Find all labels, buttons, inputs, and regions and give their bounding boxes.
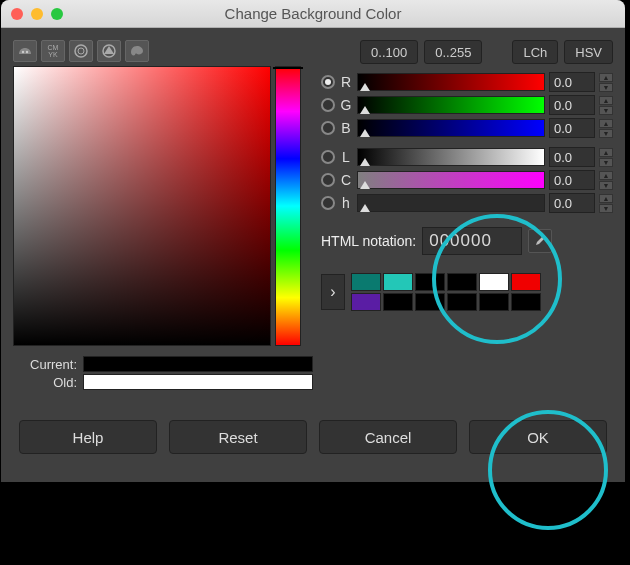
- radio-r[interactable]: [321, 75, 335, 89]
- traffic-lights: [11, 8, 63, 20]
- watercolor-icon: [73, 43, 89, 59]
- chevron-right-icon: ›: [330, 283, 335, 301]
- value-h[interactable]: 0.0: [549, 193, 595, 213]
- swatch[interactable]: [447, 273, 477, 291]
- spinner-h[interactable]: ▲▼: [599, 194, 613, 213]
- mode-lch-button[interactable]: LCh: [512, 40, 558, 64]
- slider-l[interactable]: [357, 148, 545, 166]
- cmyk-icon: CMYK: [48, 44, 59, 58]
- eyedropper-icon: [533, 234, 547, 248]
- channel-label-c: C: [339, 172, 353, 188]
- saturation-value-area[interactable]: [13, 66, 271, 346]
- swatch[interactable]: [415, 293, 445, 311]
- spinner-l[interactable]: ▲▼: [599, 148, 613, 167]
- radio-c[interactable]: [321, 173, 335, 187]
- svg-point-0: [22, 51, 24, 53]
- spinner-g[interactable]: ▲▼: [599, 96, 613, 115]
- svg-point-3: [78, 48, 84, 54]
- channel-label-h: h: [339, 195, 353, 211]
- swatch[interactable]: [351, 273, 381, 291]
- swatch[interactable]: [511, 293, 541, 311]
- tab-cmyk[interactable]: CMYK: [41, 40, 65, 62]
- svg-point-2: [75, 45, 87, 57]
- spinner-c[interactable]: ▲▼: [599, 171, 613, 190]
- value-r[interactable]: 0.0: [549, 72, 595, 92]
- slider-r[interactable]: [357, 73, 545, 91]
- radio-l[interactable]: [321, 150, 335, 164]
- color-dialog: Change Background Color CMYK: [1, 0, 625, 482]
- value-b[interactable]: 0.0: [549, 118, 595, 138]
- range-0-255-button[interactable]: 0..255: [424, 40, 482, 64]
- range-0-100-button[interactable]: 0..100: [360, 40, 418, 64]
- swatch[interactable]: [383, 293, 413, 311]
- eyedropper-button[interactable]: [528, 229, 552, 253]
- swatch[interactable]: [479, 293, 509, 311]
- radio-g[interactable]: [321, 98, 335, 112]
- spinner-r[interactable]: ▲▼: [599, 73, 613, 92]
- swatch-grid: [351, 273, 541, 311]
- ok-button[interactable]: OK: [469, 420, 607, 454]
- html-notation-label: HTML notation:: [321, 233, 416, 249]
- tab-gimp[interactable]: [13, 40, 37, 62]
- cancel-button[interactable]: Cancel: [319, 420, 457, 454]
- radio-b[interactable]: [321, 121, 335, 135]
- tab-watercolor[interactable]: [69, 40, 93, 62]
- help-button[interactable]: Help: [19, 420, 157, 454]
- channel-label-g: G: [339, 97, 353, 113]
- mode-hsv-button[interactable]: HSV: [564, 40, 613, 64]
- hue-slider[interactable]: [275, 66, 301, 346]
- zoom-icon[interactable]: [51, 8, 63, 20]
- radio-h[interactable]: [321, 196, 335, 210]
- current-swatch[interactable]: [83, 356, 313, 372]
- slider-c[interactable]: [357, 171, 545, 189]
- hue-marker: [273, 67, 303, 69]
- spinner-b[interactable]: ▲▼: [599, 119, 613, 138]
- swatch[interactable]: [447, 293, 477, 311]
- swatch[interactable]: [415, 273, 445, 291]
- svg-point-1: [26, 51, 28, 53]
- minimize-icon[interactable]: [31, 8, 43, 20]
- channel-label-b: B: [339, 120, 353, 136]
- tab-triangle[interactable]: [97, 40, 121, 62]
- old-swatch[interactable]: [83, 374, 313, 390]
- gimp-icon: [17, 44, 33, 58]
- tab-palette[interactable]: [125, 40, 149, 62]
- value-c[interactable]: 0.0: [549, 170, 595, 190]
- value-l[interactable]: 0.0: [549, 147, 595, 167]
- slider-h[interactable]: [357, 194, 545, 212]
- reset-button[interactable]: Reset: [169, 420, 307, 454]
- swatch[interactable]: [511, 273, 541, 291]
- triangle-icon: [101, 43, 117, 59]
- html-notation-input[interactable]: [422, 227, 522, 255]
- slider-b[interactable]: [357, 119, 545, 137]
- titlebar: Change Background Color: [1, 0, 625, 28]
- close-icon[interactable]: [11, 8, 23, 20]
- slider-g[interactable]: [357, 96, 545, 114]
- swatch[interactable]: [479, 273, 509, 291]
- swatch[interactable]: [351, 293, 381, 311]
- channel-label-l: L: [339, 149, 353, 165]
- channel-label-r: R: [339, 74, 353, 90]
- swatch-nav-button[interactable]: ›: [321, 274, 345, 310]
- old-label: Old:: [13, 375, 77, 390]
- current-label: Current:: [13, 357, 77, 372]
- palette-icon: [129, 44, 145, 58]
- value-g[interactable]: 0.0: [549, 95, 595, 115]
- window-title: Change Background Color: [1, 5, 625, 22]
- swatch[interactable]: [383, 273, 413, 291]
